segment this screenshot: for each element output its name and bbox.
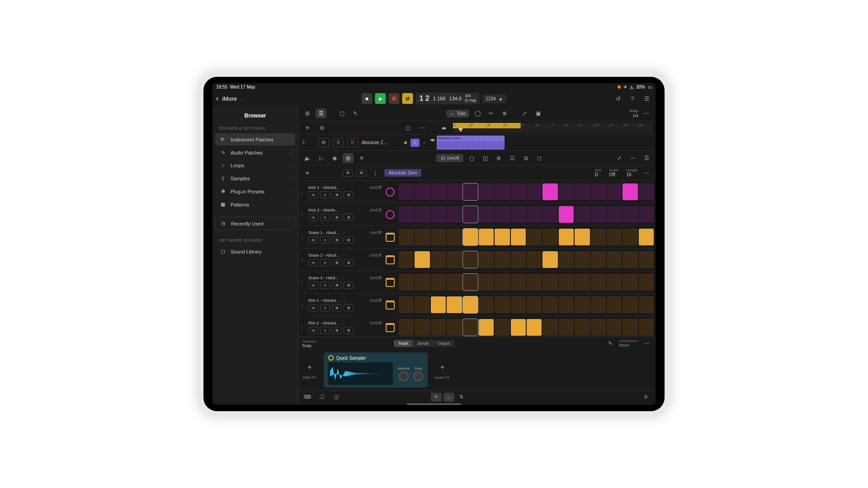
- step-cell[interactable]: [463, 274, 478, 291]
- step-del2-button[interactable]: ⊠: [344, 327, 354, 334]
- step-cell[interactable]: [591, 296, 606, 313]
- step-cell[interactable]: [575, 206, 590, 223]
- step-row-name[interactable]: Kick 2 - Absolu…: [308, 208, 340, 212]
- step-clear1-button[interactable]: ⊠: [343, 169, 353, 177]
- midi-region[interactable]: Absolute Zero: [437, 136, 505, 150]
- expand-row-button[interactable]: ›: [301, 189, 302, 194]
- step-cell[interactable]: [399, 319, 414, 336]
- step-cell[interactable]: [607, 319, 622, 336]
- locator-display[interactable]: 1234 ▲: [482, 94, 506, 103]
- step-cell[interactable]: [511, 296, 526, 313]
- expand-row-button[interactable]: ›: [301, 325, 302, 330]
- project-dropdown-icon[interactable]: ⌄: [241, 96, 244, 101]
- step-cell[interactable]: [527, 183, 542, 200]
- step-cell[interactable]: [431, 296, 446, 313]
- step-mute-button[interactable]: M: [308, 214, 318, 221]
- step-mute-button[interactable]: M: [308, 259, 318, 266]
- automation-toggle[interactable]: ◂▸: [439, 123, 449, 133]
- solo-button[interactable]: S: [333, 138, 344, 147]
- step-cell[interactable]: [527, 251, 542, 268]
- step-solo-button[interactable]: S: [320, 191, 330, 198]
- tab-track[interactable]: Track: [394, 340, 413, 347]
- track-icon-button[interactable]: ▢: [402, 123, 413, 133]
- step-cell[interactable]: [479, 296, 494, 313]
- piano-view-button[interactable]: ⊪: [641, 393, 652, 402]
- step-cell[interactable]: [511, 206, 526, 223]
- step-row-name[interactable]: Rim 1 - Absolut…: [308, 298, 340, 303]
- step-cell[interactable]: [463, 319, 478, 336]
- step-more-button[interactable]: ⋯: [627, 153, 638, 163]
- step-cell[interactable]: [415, 229, 429, 245]
- step-cell[interactable]: [607, 274, 622, 291]
- step-del2-button[interactable]: ⊠: [344, 259, 354, 266]
- sidebar-item-loops[interactable]: ○Loops›: [215, 160, 295, 171]
- scale-value[interactable]: Off: [609, 172, 618, 178]
- settings-button[interactable]: ☰: [642, 94, 652, 103]
- step-cell[interactable]: [431, 229, 446, 245]
- expand-row-button[interactable]: ›: [301, 302, 302, 307]
- step-cell[interactable]: [527, 319, 542, 336]
- step-mute-button[interactable]: M: [308, 327, 318, 334]
- step-row-name[interactable]: Snare 2 - Absol…: [308, 253, 340, 258]
- step-cell[interactable]: [591, 229, 606, 245]
- grid-view-button[interactable]: ⊞: [302, 108, 313, 118]
- step-cell[interactable]: [559, 296, 574, 313]
- tune-knob[interactable]: [413, 371, 423, 381]
- help-button[interactable]: ?: [627, 94, 637, 103]
- step-del1-button[interactable]: ⊠: [332, 304, 342, 311]
- step-cell[interactable]: [399, 251, 414, 268]
- step-rows-more-button[interactable]: ⋮: [370, 168, 381, 178]
- record-button[interactable]: [389, 93, 400, 104]
- add-track-button[interactable]: +: [302, 123, 313, 133]
- trim-tool[interactable]: ↔Trim: [446, 110, 470, 117]
- step-cell[interactable]: [479, 274, 494, 291]
- step-cell[interactable]: [527, 206, 542, 223]
- join-button[interactable]: ⊕: [499, 108, 510, 118]
- tab-sends[interactable]: Sends: [413, 340, 434, 347]
- step-mute-button[interactable]: M: [308, 191, 318, 198]
- undo-button[interactable]: ↺: [613, 94, 623, 103]
- step-header-more-button[interactable]: ⋯: [641, 168, 652, 178]
- step-cell[interactable]: [639, 319, 654, 336]
- step-cell[interactable]: [447, 296, 462, 313]
- keyboard-button[interactable]: ⌨: [302, 393, 313, 402]
- step-cell[interactable]: [431, 206, 446, 223]
- step-cell[interactable]: [463, 251, 478, 268]
- step-cell[interactable]: [559, 183, 574, 200]
- track-expand-button[interactable]: ›: [423, 140, 425, 145]
- step-cell[interactable]: [623, 229, 637, 245]
- step-cell[interactable]: [607, 229, 622, 245]
- info-button[interactable]: ⓘ: [316, 393, 327, 402]
- track-name[interactable]: Absolute Z…: [362, 140, 401, 145]
- step-cell[interactable]: [575, 296, 590, 313]
- step-link-button[interactable]: ⧉: [520, 153, 531, 163]
- step-cell[interactable]: [542, 229, 557, 245]
- cycle-button[interactable]: ⇄: [402, 93, 413, 104]
- step-solo-button[interactable]: S: [320, 282, 330, 289]
- step-cell[interactable]: [447, 319, 462, 336]
- track-view-toggle[interactable]: ☰: [410, 139, 420, 147]
- step-cell[interactable]: [575, 319, 590, 336]
- back-button[interactable]: ‹: [216, 94, 218, 103]
- track-more-button[interactable]: ⋯: [417, 123, 428, 133]
- step-del1-button[interactable]: ⊠: [332, 327, 342, 334]
- lcd-display[interactable]: 1 2 1 168 134.0 4/4D maj: [416, 93, 480, 104]
- mute-button[interactable]: M: [318, 138, 329, 147]
- midi-fx-slot[interactable]: +MIDI FX: [303, 361, 316, 380]
- project-name[interactable]: iMore: [222, 95, 237, 102]
- step-view2-button[interactable]: ◫: [480, 153, 491, 163]
- step-play-button[interactable]: ▷: [316, 153, 326, 163]
- step-cell[interactable]: [623, 183, 637, 200]
- step-cell[interactable]: [623, 251, 637, 268]
- step-cell[interactable]: [542, 296, 557, 313]
- step-cell[interactable]: [431, 251, 446, 268]
- step-solo-button[interactable]: S: [320, 304, 330, 311]
- step-mono-button[interactable]: ◉: [329, 153, 340, 163]
- selection-more-button[interactable]: ⋯: [641, 338, 652, 348]
- step-cell[interactable]: [399, 183, 414, 200]
- step-del2-button[interactable]: ⊠: [344, 236, 354, 244]
- step-cell[interactable]: [399, 229, 414, 245]
- automation-mode[interactable]: Read: [619, 343, 637, 348]
- step-live-button[interactable]: ◎: [343, 153, 354, 163]
- step-fx-button[interactable]: ✕: [356, 153, 367, 163]
